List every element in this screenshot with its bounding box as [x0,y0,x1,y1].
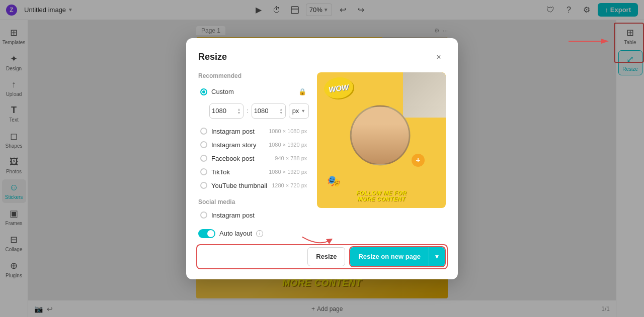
modal-footer: Resize Resize on new page ▼ [198,246,446,267]
option-instagram-post-sm-left: Instagram post [200,212,255,219]
option-tiktok-label: TikTok [211,168,230,176]
modal-left-panel: Recommended Custom 🔒 1080 ▲ ▼ [198,72,309,238]
option-instagram-story-dims: 1080 × 1920 px [269,142,307,148]
social-media-label: Social media [198,198,309,205]
option-instagram-post-sm-label: Instagram post [211,212,255,219]
option-facebook-post-left: Facebook post [200,155,254,162]
unit-value: px [292,107,299,115]
preview-person [350,105,411,165]
option-instagram-post-label: Instagram post [211,128,255,135]
modal-right-panel: WOW + 🎭 FOLLOW ME FORMORE CONTENT [317,72,446,238]
resize-new-dropdown-button[interactable]: ▼ [429,247,445,266]
toggle-thumb [207,230,214,237]
height-value: 1080 [254,107,269,115]
radio-tiktok[interactable] [200,168,207,175]
option-youtube-thumbnail[interactable]: YouTube thumbnail 1280 × 720 px [198,179,309,192]
option-instagram-post-sm[interactable]: Instagram post [198,208,309,222]
auto-layout-row: Auto layout i [198,229,309,238]
radio-instagram-post[interactable] [200,128,207,135]
resize-on-new-page-button[interactable]: Resize on new page [350,247,429,266]
option-facebook-post[interactable]: Facebook post 940 × 788 px [198,152,309,165]
auto-layout-info-icon[interactable]: i [256,230,263,237]
resize-new-button-group: Resize on new page ▼ [349,246,446,267]
dropdown-chevron-icon: ▼ [434,253,440,260]
lock-icon[interactable]: 🔒 [298,87,307,96]
option-youtube-thumbnail-label: YouTube thumbnail [211,182,267,189]
width-input[interactable]: 1080 ▲ ▼ [209,103,244,119]
radio-custom[interactable] [200,88,207,95]
option-tiktok[interactable]: TikTok 1080 × 1920 px [198,165,309,179]
resize-modal: Resize × Recommended Custom 🔒 1080 [186,38,458,279]
radio-youtube-thumbnail[interactable] [200,182,207,189]
option-custom-left: Custom [200,88,234,95]
radio-instagram-story[interactable] [200,141,207,148]
option-facebook-post-label: Facebook post [211,155,254,162]
option-tiktok-dims: 1080 × 1920 px [269,169,307,175]
modal-title: Resize [198,52,227,62]
option-custom[interactable]: Custom 🔒 [198,84,309,99]
width-down-arrow[interactable]: ▼ [237,111,241,114]
unit-chevron-icon: ▼ [301,109,305,114]
preview-fabric [403,72,446,118]
height-down-arrow[interactable]: ▼ [279,111,283,114]
width-up-arrow[interactable]: ▲ [237,108,241,111]
recommended-label: Recommended [198,72,309,79]
option-youtube-thumbnail-dims: 1280 × 720 px [272,182,307,188]
option-tiktok-left: TikTok [200,168,230,176]
preview-plus: + [412,154,425,167]
modal-header: Resize × [198,50,446,64]
unit-select[interactable]: px ▼ [289,103,309,119]
option-youtube-thumbnail-left: YouTube thumbnail [200,182,267,189]
preview-character: 🎭 [327,175,341,188]
auto-layout-toggle[interactable] [198,229,215,238]
preview-card: WOW + 🎭 FOLLOW ME FORMORE CONTENT [317,72,446,208]
width-value: 1080 [212,107,226,115]
modal-close-button[interactable]: × [432,50,446,64]
radio-instagram-post-sm[interactable] [200,212,207,219]
modal-body: Recommended Custom 🔒 1080 ▲ ▼ [198,72,446,238]
preview-wow: WOW [324,77,353,98]
custom-dims-row: 1080 ▲ ▼ : 1080 ▲ ▼ [209,103,309,119]
preview-bottom-text: FOLLOW ME FORMORE CONTENT [317,190,446,202]
option-instagram-story-label: Instagram story [211,141,257,149]
height-up-arrow[interactable]: ▲ [279,108,283,111]
option-instagram-story-left: Instagram story [200,141,257,149]
dims-separator: : [247,107,249,115]
option-instagram-post[interactable]: Instagram post 1080 × 1080 px [198,125,309,138]
auto-layout-label: Auto layout [219,230,252,237]
radio-facebook-post[interactable] [200,155,207,162]
resize-button[interactable]: Resize [307,247,345,266]
height-input[interactable]: 1080 ▲ ▼ [252,103,286,119]
option-instagram-post-left: Instagram post [200,128,255,135]
option-custom-label: Custom [211,88,234,95]
option-instagram-post-dims: 1080 × 1080 px [269,128,307,134]
option-instagram-story[interactable]: Instagram story 1080 × 1920 px [198,138,309,152]
option-facebook-post-dims: 940 × 788 px [275,155,307,161]
